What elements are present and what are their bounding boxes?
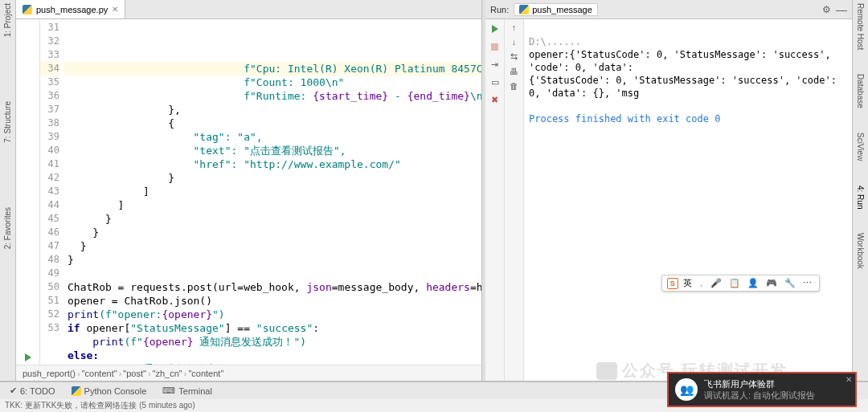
notif-body: 调试机器人: 自动化测试报告 <box>704 390 815 401</box>
sciview-tool[interactable]: SciView <box>856 133 865 161</box>
favorites-tool[interactable]: 2: Favorites <box>3 207 12 249</box>
right-tool-rail: Remote Host Database SciView 4: Run Work… <box>852 0 868 381</box>
run-header: Run: push_message ⚙ — <box>485 0 852 19</box>
layout-icon[interactable]: ▭ <box>489 75 502 88</box>
down-icon[interactable]: ↓ <box>512 37 517 47</box>
python-console-tool[interactable]: Python Console <box>65 385 154 398</box>
wrap-icon[interactable]: ⇆ <box>510 51 518 62</box>
close-icon[interactable]: ✕ <box>845 375 852 384</box>
wechat-icon <box>596 362 617 380</box>
workbook-tool[interactable]: Workbook <box>856 233 865 269</box>
close-icon[interactable]: ✕ <box>112 5 118 14</box>
breadcrumb[interactable]: push_report() › "content" › "post" › "zh… <box>16 365 481 381</box>
remote-host-tool[interactable]: Remote Host <box>856 3 865 50</box>
editor-pane: push_message.py ✕ 3132333435363738394041… <box>16 0 482 381</box>
run-title: Run: <box>490 5 509 14</box>
todo-tool[interactable]: ✔6: TODO <box>3 384 62 398</box>
notification-toast[interactable]: ✕ 👥 飞书新用户体验群 调试机器人: 自动化测试报告 <box>667 372 857 407</box>
up-icon[interactable]: ↑ <box>512 22 517 32</box>
editor-gutter-actions <box>16 19 40 365</box>
database-tool[interactable]: Database <box>856 74 865 108</box>
editor-tab[interactable]: push_message.py ✕ <box>16 0 125 18</box>
run-tool[interactable]: 4: Run <box>856 186 865 209</box>
left-tool-rail: 1: Project 7: Structure 2: Favorites <box>0 0 16 381</box>
tab-label: push_message.py <box>36 5 108 14</box>
run-gutter-icon[interactable] <box>25 353 31 361</box>
print-icon[interactable]: 🖶 <box>510 67 518 76</box>
clear-icon[interactable]: 🗑 <box>510 81 518 91</box>
minimize-icon[interactable]: — <box>836 3 847 16</box>
rerun-button[interactable] <box>489 22 502 35</box>
exit-icon[interactable]: ⇥ <box>489 58 502 71</box>
pin-icon[interactable]: ✖ <box>489 93 502 106</box>
editor-tab-bar: push_message.py ✕ <box>16 0 481 19</box>
structure-tool[interactable]: 7: Structure <box>3 101 12 143</box>
run-output[interactable]: D:\...... opener:{'StatusCode': 0, 'Stat… <box>524 19 852 381</box>
python-file-icon <box>519 5 529 14</box>
gear-icon[interactable]: ⚙ <box>822 4 831 15</box>
notif-title: 飞书新用户体验群 <box>704 378 815 390</box>
terminal-tool[interactable]: ⌨Terminal <box>156 384 219 398</box>
stop-button[interactable] <box>489 40 502 53</box>
python-file-icon <box>72 386 81 396</box>
code-editor[interactable]: f"Cpu: Intel(R) Xeon(R) Platinum 8457C\n… <box>64 19 481 365</box>
ime-toolbar[interactable]: S 英 ， 🎤 📋 👤 🎮 🔧 ⋯ <box>661 275 820 292</box>
avatar: 👥 <box>675 378 698 401</box>
line-number-gutter: 3132333435363738394041424344454647484950… <box>40 19 64 365</box>
run-tool-window: Run: push_message ⚙ — ⇥ ▭ ✖ ↑ ↓ ⇆ 🖶 <box>485 0 852 381</box>
project-tool[interactable]: 1: Project <box>3 3 12 37</box>
run-config[interactable]: push_message <box>514 3 598 16</box>
python-file-icon <box>23 5 32 14</box>
sogou-icon: S <box>667 278 678 289</box>
run-toolbar-left2: ↑ ↓ ⇆ 🖶 🗑 <box>505 19 524 381</box>
run-toolbar-left: ⇥ ▭ ✖ <box>485 19 505 381</box>
